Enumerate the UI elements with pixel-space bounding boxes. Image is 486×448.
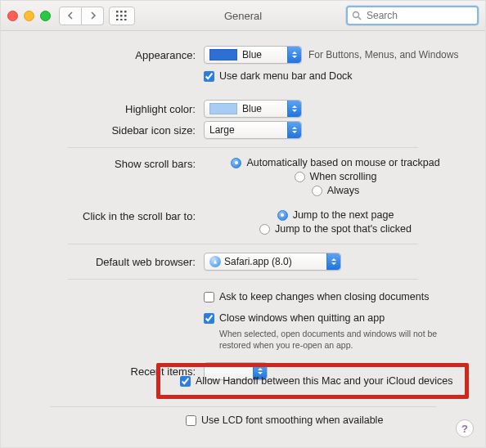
browser-label: Default web browser: — [19, 256, 204, 268]
divider — [50, 406, 436, 407]
nav-buttons — [59, 7, 104, 25]
clickbar-group: Jump to the next page Jump to the spot t… — [204, 208, 467, 235]
show-all-button[interactable] — [109, 7, 135, 25]
divider — [68, 279, 418, 280]
svg-rect-0 — [116, 11, 119, 13]
lcd-smoothing-input[interactable] — [186, 415, 196, 426]
radio-on-icon — [277, 210, 288, 221]
window-controls — [7, 11, 51, 21]
close-windows-label: Close windows when quitting an app — [219, 312, 385, 324]
appearance-select[interactable]: Blue — [204, 46, 302, 64]
svg-rect-5 — [124, 15, 127, 17]
radio-on-icon — [231, 158, 241, 168]
appearance-label: Appearance: — [19, 49, 204, 61]
svg-point-9 — [353, 12, 359, 18]
lcd-smoothing-label: Use LCD font smoothing when available — [201, 414, 383, 426]
sidebar-label: Sidebar icon size: — [19, 124, 204, 137]
highlight-swatch — [209, 103, 237, 114]
ask-changes-input[interactable] — [204, 292, 214, 302]
svg-rect-1 — [120, 11, 123, 13]
appearance-value: Blue — [242, 49, 262, 60]
svg-rect-7 — [120, 19, 123, 20]
lcd-smoothing-checkbox[interactable]: Use LCD font smoothing when available — [186, 414, 383, 426]
svg-rect-6 — [116, 19, 119, 20]
highlight-select[interactable]: Blue — [204, 100, 302, 118]
dropdown-arrows-icon — [287, 47, 301, 63]
handoff-label: Allow Handoff between this Mac and your … — [196, 375, 453, 387]
close-windows-checkbox[interactable]: Close windows when quitting an app — [204, 312, 385, 324]
svg-rect-3 — [116, 15, 119, 17]
scrollbars-label: Show scroll bars: — [19, 156, 204, 170]
appearance-swatch — [209, 49, 237, 60]
sidebar-size-value: Large — [209, 124, 235, 136]
radio-off-icon — [295, 172, 305, 182]
browser-select[interactable]: Safari.app (8.0) — [204, 253, 341, 271]
forward-button[interactable] — [82, 7, 104, 25]
sidebar-size-select[interactable]: Large — [204, 121, 302, 139]
appearance-hint: For Buttons, Menus, and Windows — [308, 49, 458, 60]
close-windows-hint: When selected, open documents and window… — [219, 329, 467, 340]
dropdown-arrows-icon — [326, 253, 340, 270]
minimize-window-button[interactable] — [24, 11, 34, 21]
radio-off-icon — [312, 186, 322, 196]
clickbar-option-nextpage[interactable]: Jump to the next page — [277, 209, 394, 221]
search-input[interactable] — [365, 9, 473, 22]
clickbar-label: Click in the scroll bar to: — [19, 208, 204, 222]
svg-line-10 — [358, 17, 361, 20]
ask-changes-checkbox[interactable]: Ask to keep changes when closing documen… — [204, 291, 429, 302]
scrollbars-option-always[interactable]: Always — [312, 185, 360, 196]
svg-rect-4 — [120, 15, 123, 17]
browser-value: Safari.app (8.0) — [224, 256, 292, 267]
handoff-checkbox[interactable]: Allow Handoff between this Mac and your … — [180, 375, 453, 387]
search-icon — [352, 11, 362, 20]
help-button[interactable]: ? — [456, 419, 474, 437]
scrollbars-option-auto[interactable]: Automatically based on mouse or trackpad — [231, 157, 439, 168]
radio-off-icon — [259, 224, 270, 235]
scrollbars-option-scrolling[interactable]: When scrolling — [295, 171, 377, 182]
close-window-button[interactable] — [7, 11, 18, 21]
ask-changes-label: Ask to keep changes when closing documen… — [219, 291, 429, 302]
dropdown-arrows-icon — [287, 101, 301, 117]
highlight-label: Highlight color: — [19, 103, 204, 115]
divider — [68, 147, 418, 148]
scrollbars-group: Automatically based on mouse or trackpad… — [204, 156, 467, 197]
divider — [68, 244, 418, 244]
handoff-highlight: Allow Handoff between this Mac and your … — [156, 363, 469, 399]
svg-rect-2 — [124, 11, 127, 13]
search-field[interactable] — [346, 6, 479, 25]
svg-rect-8 — [124, 19, 127, 20]
safari-icon — [209, 256, 221, 267]
zoom-window-button[interactable] — [40, 11, 51, 21]
handoff-input[interactable] — [180, 376, 191, 387]
close-windows-hint: restored when you re-open an app. — [219, 340, 467, 352]
clickbar-option-spot[interactable]: Jump to the spot that's clicked — [259, 223, 412, 235]
dark-menubar-checkbox[interactable]: Use dark menu bar and Dock — [204, 70, 353, 82]
highlight-value: Blue — [242, 103, 262, 114]
dropdown-arrows-icon — [287, 122, 301, 138]
dark-menubar-input[interactable] — [204, 71, 214, 82]
dark-menubar-label: Use dark menu bar and Dock — [219, 70, 353, 82]
back-button[interactable] — [59, 7, 82, 25]
close-windows-input[interactable] — [204, 313, 214, 324]
